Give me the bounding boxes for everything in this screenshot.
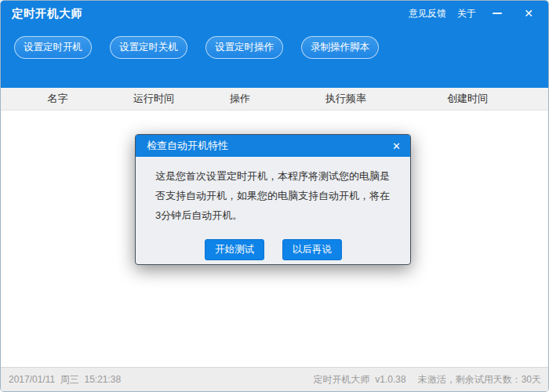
dialog-title: 检查自动开机特性 <box>147 139 228 153</box>
column-header-frequency: 执行频率 <box>287 92 405 106</box>
dialog-titlebar: 检查自动开机特性 ✕ <box>136 135 410 157</box>
column-header-operation: 操作 <box>193 92 287 106</box>
status-datetime: 2017/01/11 周三 15:21:38 <box>9 373 121 387</box>
set-scheduled-operation-button[interactable]: 设置定时操作 <box>205 36 283 59</box>
close-button[interactable]: ✕ <box>518 5 539 22</box>
record-script-button[interactable]: 录制操作脚本 <box>301 36 379 59</box>
minimize-button[interactable] <box>487 5 507 22</box>
set-scheduled-boot-button[interactable]: 设置定时开机 <box>14 36 92 59</box>
top-blue-area: 定时开机大师 意见反馈 关于 ✕ 设置定时开机 设置定时关机 设置定时操作 录制… <box>1 1 548 88</box>
status-app-version: 定时开机大师 v1.0.38 <box>314 373 406 387</box>
about-link[interactable]: 关于 <box>457 7 476 20</box>
dialog-buttons: 开始测试 以后再说 <box>155 239 391 260</box>
minimize-icon <box>493 13 502 14</box>
dialog-close-icon: ✕ <box>392 140 401 152</box>
statusbar: 2017/01/11 周三 15:21:38 定时开机大师 v1.0.38 未激… <box>1 367 548 391</box>
column-header-name: 名字 <box>1 92 115 106</box>
feedback-link[interactable]: 意见反馈 <box>409 7 446 20</box>
column-header-runtime: 运行时间 <box>115 92 193 106</box>
dialog-message: 这是您首次设置定时开机，本程序将测试您的电脑是否支持自动开机，如果您的电脑支持自… <box>155 166 394 225</box>
set-scheduled-shutdown-button[interactable]: 设置定时关机 <box>110 36 187 59</box>
app-title: 定时开机大师 <box>12 6 82 21</box>
close-icon: ✕ <box>524 8 533 19</box>
titlebar-right: 意见反馈 关于 ✕ <box>409 5 539 22</box>
task-table-header: 名字 运行时间 操作 执行频率 创建时间 <box>1 88 548 111</box>
titlebar: 定时开机大师 意见反馈 关于 ✕ <box>1 1 548 26</box>
later-button[interactable]: 以后再说 <box>282 239 342 260</box>
column-header-created: 创建时间 <box>405 92 530 106</box>
dialog-close-button[interactable]: ✕ <box>392 141 401 151</box>
dialog-body: 这是您首次设置定时开机，本程序将测试您的电脑是否支持自动开机，如果您的电脑支持自… <box>136 157 410 260</box>
statusbar-right: 定时开机大师 v1.0.38 未激活，剩余试用天数：30天 <box>314 373 541 387</box>
status-activation: 未激活，剩余试用天数：30天 <box>418 373 541 387</box>
toolbar: 设置定时开机 设置定时关机 设置定时操作 录制操作脚本 <box>1 26 548 59</box>
check-autoboot-dialog: 检查自动开机特性 ✕ 这是您首次设置定时开机，本程序将测试您的电脑是否支持自动开… <box>135 134 411 265</box>
start-test-button[interactable]: 开始测试 <box>205 239 264 260</box>
